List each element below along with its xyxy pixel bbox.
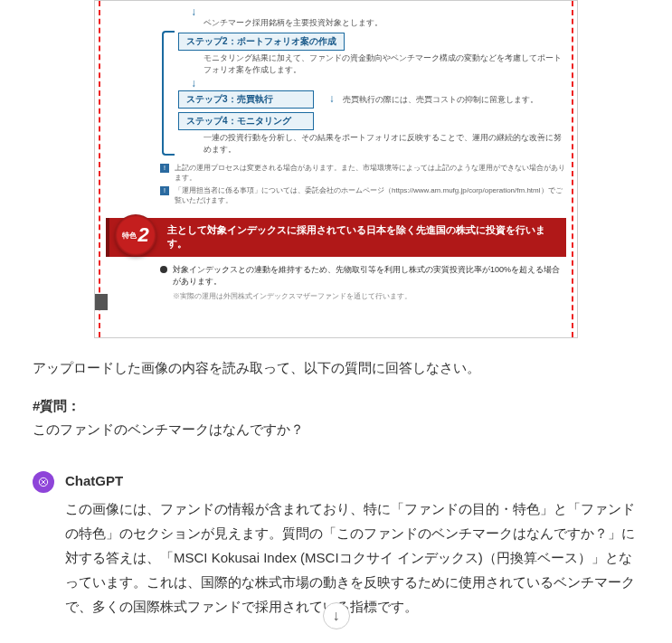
note-text-2: 「運用担当者に係る事項」については、委託会社のホームページ（https://ww… — [175, 185, 566, 205]
step-2-box: ステップ2：ポートフォリオ案の作成 — [178, 33, 345, 51]
info-icon: ! — [160, 186, 169, 195]
flow-intro-text: ベンチマーク採用銘柄を主要投資対象とします。 — [203, 17, 566, 29]
process-flow: ↓ ベンチマーク採用銘柄を主要投資対象とします。 ステップ2：ポートフォリオ案の… — [178, 6, 566, 156]
arrow-down-icon: ↓ — [191, 6, 566, 17]
user-message: アップロードした画像の内容を読み取って、以下の質問に回答しなさい。 #質問： こ… — [33, 356, 639, 442]
scroll-to-bottom-button[interactable]: ↓ — [323, 602, 350, 629]
loop-bracket-icon — [162, 31, 175, 156]
feature-headline: 主として対象インデックスに採用されている日本を除く先進国の株式に投資を行います。 — [106, 218, 566, 257]
assistant-name: ChatGPT — [65, 469, 639, 493]
step-2-desc: モニタリング結果に加えて、ファンドの資金動向やベンチマーク構成の変動などを考慮し… — [203, 52, 566, 76]
badge-number: 2 — [137, 223, 148, 247]
process-notes: ! 上記の運用プロセスは変更される場合があります。また、市場環境等によっては上記… — [160, 163, 566, 205]
info-icon: ! — [160, 164, 169, 173]
step-4-desc: 一連の投資行動を分析し、その結果をポートフォリオに反映することで、運用の継続的な… — [203, 132, 566, 156]
note-text-1: 上記の運用プロセスは変更される場合があります。また、市場環境等によっては上記のよ… — [175, 163, 566, 183]
arrow-down-icon: ↓ — [333, 608, 340, 624]
feature-footnote: ※実際の運用は外国株式インデックスマザーファンドを通じて行います。 — [173, 291, 566, 301]
page-margin-right — [572, 1, 573, 337]
arrow-down-icon: ↓ — [329, 92, 335, 105]
question-text: このファンドのベンチマークはなんですか？ — [33, 418, 639, 441]
page-tab-marker — [95, 294, 108, 310]
question-heading: #質問： — [33, 394, 639, 418]
arrow-down-icon: ↓ — [191, 78, 566, 89]
feature-2-block: 特色 2 主として対象インデックスに採用されている日本を除く先進国の株式に投資を… — [106, 218, 566, 301]
step-4-box: ステップ4：モニタリング — [178, 112, 314, 130]
step-3-box: ステップ3：売買執行 — [178, 90, 314, 109]
feature-badge: 特色 2 — [115, 214, 156, 256]
assistant-reply-text: この画像には、ファンドの情報が含まれており、特に「ファンドの目的・特色」と「ファ… — [65, 496, 639, 619]
page-margin-left — [99, 1, 100, 337]
assistant-message: ChatGPT この画像には、ファンドの情報が含まれており、特に「ファンドの目的… — [33, 469, 639, 619]
chatgpt-avatar-icon — [33, 471, 54, 493]
user-instruction: アップロードした画像の内容を読み取って、以下の質問に回答しなさい。 — [33, 356, 639, 380]
badge-label: 特色 — [122, 231, 137, 241]
step-3-desc: 売買執行の際には、売買コストの抑制に留意します。 — [343, 95, 538, 104]
feature-bullet-text: 対象インデックスとの連動を維持するため、先物取引等を利用し株式の実質投資比率が1… — [173, 264, 566, 288]
bullet-icon — [160, 266, 167, 273]
uploaded-document-image: ↓ ベンチマーク採用銘柄を主要投資対象とします。 ステップ2：ポートフォリオ案の… — [94, 0, 578, 338]
